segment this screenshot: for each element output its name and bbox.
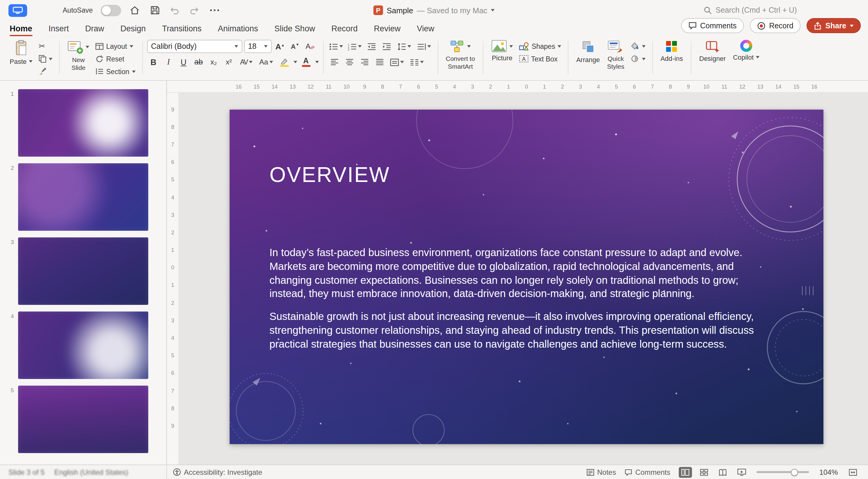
smartart-icon xyxy=(450,40,464,53)
tab-view[interactable]: View xyxy=(417,21,434,36)
slide-sorter-view-button[interactable] xyxy=(698,467,711,478)
add-ins-button[interactable]: Add-ins xyxy=(657,38,687,77)
columns-button[interactable] xyxy=(408,56,426,69)
slide-thumbnail-image[interactable] xyxy=(18,386,148,453)
numbering-button[interactable]: 123 xyxy=(346,40,363,53)
align-left-button[interactable] xyxy=(328,56,341,69)
statusbar-comments-button[interactable]: Comments xyxy=(624,468,670,476)
notes-button[interactable]: Notes xyxy=(586,468,616,476)
accessibility-status[interactable]: Accessibility: Investigate xyxy=(173,468,262,476)
clear-formatting-button[interactable]: A xyxy=(304,40,317,53)
autosave-toggle[interactable] xyxy=(101,4,121,16)
shape-fill-button[interactable] xyxy=(628,40,648,52)
redo-icon[interactable] xyxy=(189,4,201,16)
section-button[interactable]: Section xyxy=(93,66,138,77)
slide-thumbnail[interactable]: 5 xyxy=(0,386,166,453)
comments-button[interactable]: Comments xyxy=(681,18,744,33)
increase-font-size-button[interactable]: A▲ xyxy=(273,40,287,53)
tab-insert[interactable]: Insert xyxy=(49,21,69,36)
strikethrough-button[interactable]: ab xyxy=(192,56,205,69)
tab-slide-show[interactable]: Slide Show xyxy=(274,21,315,36)
italic-button[interactable]: I xyxy=(162,56,175,69)
home-icon[interactable] xyxy=(129,4,141,16)
document-title[interactable]: P Sample — Saved to my Mac xyxy=(373,5,495,15)
superscript-button[interactable]: x² xyxy=(222,56,236,69)
layout-button[interactable]: Layout xyxy=(93,40,138,52)
tab-transitions[interactable]: Transitions xyxy=(162,21,202,36)
slide-thumbnail[interactable]: 2 xyxy=(0,163,166,231)
tab-record[interactable]: Record xyxy=(331,21,358,36)
zoom-thumb[interactable] xyxy=(791,469,798,476)
slide-thumbnail-image[interactable] xyxy=(18,89,148,157)
chevron-down-icon xyxy=(642,45,645,47)
paste-button[interactable]: Paste xyxy=(6,38,36,77)
font-color-button[interactable]: A xyxy=(299,56,313,69)
zoom-slider[interactable] xyxy=(756,468,809,476)
section-icon xyxy=(95,67,104,75)
slideshow-view-button[interactable] xyxy=(735,467,748,478)
fit-to-window-button[interactable] xyxy=(846,467,860,478)
slide-title[interactable]: OVERVIEW xyxy=(270,163,390,187)
slide-thumbnail[interactable]: 3 xyxy=(0,237,166,305)
font-name-select[interactable]: Calibri (Body) xyxy=(147,40,242,53)
save-icon[interactable] xyxy=(149,4,161,16)
align-text-button[interactable] xyxy=(388,56,406,69)
tab-draw[interactable]: Draw xyxy=(85,21,104,36)
bullets-button[interactable] xyxy=(328,40,344,53)
chevron-down-icon xyxy=(558,45,561,47)
slide-thumbnail-image[interactable] xyxy=(18,237,148,305)
bold-button[interactable]: B xyxy=(147,56,160,69)
tab-review[interactable]: Review xyxy=(374,21,401,36)
align-right-button[interactable] xyxy=(358,56,371,69)
reading-view-button[interactable] xyxy=(716,467,730,478)
picture-button[interactable]: Picture xyxy=(488,38,517,77)
more-options-icon[interactable] xyxy=(209,4,221,16)
character-spacing-button[interactable]: AV xyxy=(237,56,255,69)
new-slide-button[interactable]: NewSlide xyxy=(64,38,93,77)
align-center-button[interactable] xyxy=(343,56,356,69)
slide-thumbnail[interactable]: 1 xyxy=(0,89,166,157)
tab-home[interactable]: Home xyxy=(10,21,32,36)
justify-button[interactable] xyxy=(373,56,386,69)
font-size-select[interactable]: 18 xyxy=(244,40,272,53)
designer-button[interactable]: Designer xyxy=(695,38,730,77)
increase-indent-button[interactable] xyxy=(380,40,393,53)
share-button[interactable]: Share xyxy=(807,18,861,33)
record-button[interactable]: Record xyxy=(750,18,801,33)
arrange-button[interactable]: Arrange xyxy=(572,38,603,77)
subscript-button[interactable]: x₂ xyxy=(207,56,220,69)
current-slide[interactable]: OVERVIEW In today’s fast-paced business … xyxy=(230,110,824,444)
quick-styles-button[interactable]: QuickStyles xyxy=(603,38,628,77)
shapes-button[interactable]: Shapes xyxy=(517,40,564,52)
chevron-down-icon xyxy=(850,24,854,27)
slide-thumbnail-image[interactable] xyxy=(18,312,148,379)
search-field[interactable]: Search (Cmd + Ctrl + U) xyxy=(704,6,797,14)
language-indicator[interactable]: English (United States) xyxy=(54,468,128,476)
slide-thumbnail[interactable]: 4 xyxy=(0,312,166,379)
line-spacing-button[interactable] xyxy=(395,40,413,53)
slide-canvas[interactable]: OVERVIEW In today’s fast-paced business … xyxy=(179,93,868,465)
normal-view-button[interactable] xyxy=(679,467,692,478)
cut-button[interactable]: ✂ xyxy=(36,40,55,52)
format-painter-button[interactable] xyxy=(36,66,55,77)
change-case-button[interactable]: Aa xyxy=(257,56,275,69)
app-logo[interactable] xyxy=(8,4,27,17)
copy-button[interactable] xyxy=(36,53,55,64)
decrease-indent-button[interactable] xyxy=(365,40,378,53)
undo-icon[interactable] xyxy=(169,4,181,16)
document-name: Sample xyxy=(387,6,413,15)
decrease-font-size-button[interactable]: A▼ xyxy=(288,40,302,53)
convert-to-smartart-button[interactable]: Convert toSmartArt xyxy=(442,38,478,77)
highlight-color-button[interactable] xyxy=(277,56,291,69)
tab-design[interactable]: Design xyxy=(121,21,146,36)
shape-effects-button[interactable] xyxy=(628,53,648,64)
zoom-level[interactable]: 104% xyxy=(817,468,838,476)
underline-button[interactable]: U xyxy=(177,56,190,69)
slide-body-text[interactable]: In today’s fast-paced business environme… xyxy=(270,246,759,360)
slide-thumbnail-image[interactable] xyxy=(18,163,148,231)
copilot-button[interactable]: Copilot xyxy=(730,38,764,77)
tab-animations[interactable]: Animations xyxy=(218,21,258,36)
text-box-button[interactable]: A Text Box xyxy=(517,53,564,64)
text-direction-button[interactable] xyxy=(415,40,433,53)
reset-button[interactable]: Reset xyxy=(93,53,138,64)
